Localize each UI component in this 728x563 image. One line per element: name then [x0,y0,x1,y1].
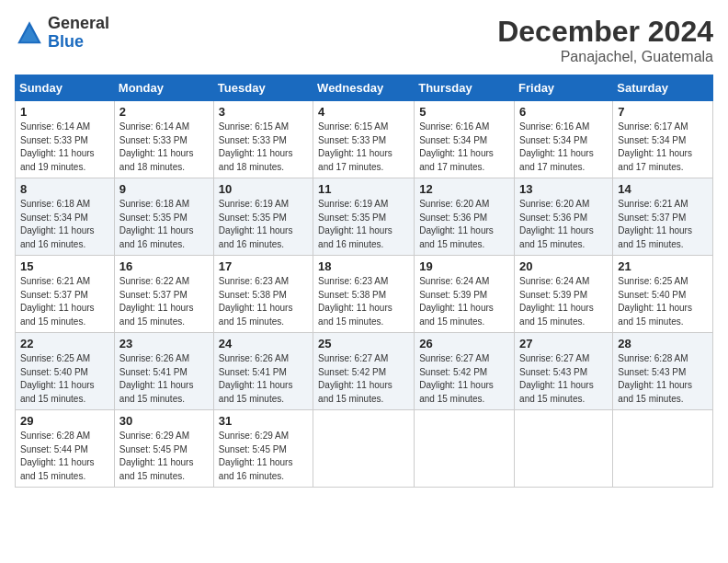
day-info: Sunrise: 6:25 AMSunset: 5:40 PMDaylight:… [618,276,692,327]
day-number: 7 [618,105,708,119]
calendar-cell: 24 Sunrise: 6:26 AMSunset: 5:41 PMDaylig… [213,333,313,410]
calendar-cell: 31 Sunrise: 6:29 AMSunset: 5:45 PMDaylig… [213,410,313,488]
calendar-cell [313,410,415,488]
day-info: Sunrise: 6:29 AMSunset: 5:45 PMDaylight:… [119,431,194,481]
day-number: 14 [618,182,708,196]
calendar-cell: 22 Sunrise: 6:25 AMSunset: 5:40 PMDaylig… [16,333,115,410]
day-info: Sunrise: 6:14 AMSunset: 5:33 PMDaylight:… [20,121,95,172]
day-number: 11 [318,182,409,196]
day-number: 9 [119,182,209,196]
col-wednesday: Wednesday [313,75,415,101]
calendar-cell [613,410,713,488]
day-number: 19 [419,259,509,273]
day-info: Sunrise: 6:27 AMSunset: 5:42 PMDaylight:… [318,353,392,404]
calendar-cell: 20 Sunrise: 6:24 AMSunset: 5:39 PMDaylig… [515,256,613,333]
day-info: Sunrise: 6:20 AMSunset: 5:36 PMDaylight:… [419,199,494,249]
calendar-cell: 14 Sunrise: 6:21 AMSunset: 5:37 PMDaylig… [613,178,713,256]
logo-blue-text: Blue [48,33,109,52]
calendar-cell: 16 Sunrise: 6:22 AMSunset: 5:37 PMDaylig… [114,256,213,333]
calendar-cell: 29 Sunrise: 6:28 AMSunset: 5:44 PMDaylig… [16,410,115,488]
day-number: 31 [219,414,308,428]
logo-text: General Blue [48,15,109,52]
day-info: Sunrise: 6:17 AMSunset: 5:34 PMDaylight:… [618,121,692,172]
calendar-cell: 19 Sunrise: 6:24 AMSunset: 5:39 PMDaylig… [415,256,515,333]
calendar-cell: 6 Sunrise: 6:16 AMSunset: 5:34 PMDayligh… [515,101,613,178]
calendar-cell: 13 Sunrise: 6:20 AMSunset: 5:36 PMDaylig… [515,178,613,256]
logo: General Blue [15,15,109,52]
calendar-cell: 30 Sunrise: 6:29 AMSunset: 5:45 PMDaylig… [114,410,213,488]
day-number: 1 [20,105,109,119]
day-info: Sunrise: 6:19 AMSunset: 5:35 PMDaylight:… [318,199,392,249]
day-info: Sunrise: 6:18 AMSunset: 5:35 PMDaylight:… [119,199,194,249]
day-number: 29 [20,414,109,428]
day-number: 16 [119,259,209,273]
day-number: 4 [318,105,409,119]
day-info: Sunrise: 6:21 AMSunset: 5:37 PMDaylight:… [618,199,692,249]
calendar-cell: 21 Sunrise: 6:25 AMSunset: 5:40 PMDaylig… [613,256,713,333]
calendar-cell [515,410,613,488]
day-number: 17 [219,259,308,273]
calendar-cell: 12 Sunrise: 6:20 AMSunset: 5:36 PMDaylig… [415,178,515,256]
col-tuesday: Tuesday [213,75,313,101]
week-row-3: 15 Sunrise: 6:21 AMSunset: 5:37 PMDaylig… [16,256,713,333]
day-info: Sunrise: 6:16 AMSunset: 5:34 PMDaylight:… [419,121,494,172]
calendar-cell [415,410,515,488]
calendar-cell: 10 Sunrise: 6:19 AMSunset: 5:35 PMDaylig… [213,178,313,256]
day-number: 24 [219,337,308,350]
day-number: 18 [318,259,409,273]
week-row-2: 8 Sunrise: 6:18 AMSunset: 5:34 PMDayligh… [16,178,713,256]
day-number: 22 [20,337,109,350]
title-block: December 2024 Panajachel, Guatemala [497,15,713,65]
day-info: Sunrise: 6:29 AMSunset: 5:45 PMDaylight:… [219,431,293,481]
calendar-cell: 9 Sunrise: 6:18 AMSunset: 5:35 PMDayligh… [114,178,213,256]
day-number: 25 [318,337,409,350]
day-number: 27 [519,337,608,350]
day-info: Sunrise: 6:23 AMSunset: 5:38 PMDaylight:… [318,276,392,327]
day-info: Sunrise: 6:14 AMSunset: 5:33 PMDaylight:… [119,121,194,172]
day-number: 13 [519,182,608,196]
calendar-cell: 2 Sunrise: 6:14 AMSunset: 5:33 PMDayligh… [114,101,213,178]
col-thursday: Thursday [415,75,515,101]
day-info: Sunrise: 6:26 AMSunset: 5:41 PMDaylight:… [119,353,194,404]
day-info: Sunrise: 6:15 AMSunset: 5:33 PMDaylight:… [318,121,392,172]
calendar-cell: 25 Sunrise: 6:27 AMSunset: 5:42 PMDaylig… [313,333,415,410]
calendar-cell: 27 Sunrise: 6:27 AMSunset: 5:43 PMDaylig… [515,333,613,410]
day-number: 30 [119,414,209,428]
col-friday: Friday [515,75,613,101]
calendar-header-row: Sunday Monday Tuesday Wednesday Thursday… [16,75,713,101]
calendar-cell: 4 Sunrise: 6:15 AMSunset: 5:33 PMDayligh… [313,101,415,178]
day-info: Sunrise: 6:26 AMSunset: 5:41 PMDaylight:… [219,353,293,404]
day-info: Sunrise: 6:23 AMSunset: 5:38 PMDaylight:… [219,276,293,327]
col-monday: Monday [114,75,213,101]
col-sunday: Sunday [16,75,115,101]
calendar-cell: 8 Sunrise: 6:18 AMSunset: 5:34 PMDayligh… [16,178,115,256]
day-info: Sunrise: 6:24 AMSunset: 5:39 PMDaylight:… [519,276,594,327]
day-info: Sunrise: 6:20 AMSunset: 5:36 PMDaylight:… [519,199,594,249]
calendar-cell: 11 Sunrise: 6:19 AMSunset: 5:35 PMDaylig… [313,178,415,256]
month-year-title: December 2024 [497,15,713,49]
day-info: Sunrise: 6:28 AMSunset: 5:44 PMDaylight:… [20,431,95,481]
day-number: 26 [419,337,509,350]
day-info: Sunrise: 6:22 AMSunset: 5:37 PMDaylight:… [119,276,194,327]
calendar-cell: 1 Sunrise: 6:14 AMSunset: 5:33 PMDayligh… [16,101,115,178]
day-number: 23 [119,337,209,350]
page-header: General Blue December 2024 Panajachel, G… [15,15,713,65]
col-saturday: Saturday [613,75,713,101]
day-number: 15 [20,259,109,273]
day-info: Sunrise: 6:21 AMSunset: 5:37 PMDaylight:… [20,276,95,327]
day-number: 12 [419,182,509,196]
day-number: 21 [618,259,708,273]
calendar-cell: 15 Sunrise: 6:21 AMSunset: 5:37 PMDaylig… [16,256,115,333]
day-info: Sunrise: 6:16 AMSunset: 5:34 PMDaylight:… [519,121,594,172]
day-info: Sunrise: 6:25 AMSunset: 5:40 PMDaylight:… [20,353,95,404]
day-number: 20 [519,259,608,273]
day-info: Sunrise: 6:18 AMSunset: 5:34 PMDaylight:… [20,199,95,249]
day-number: 6 [519,105,608,119]
day-number: 8 [20,182,109,196]
day-info: Sunrise: 6:27 AMSunset: 5:43 PMDaylight:… [519,353,594,404]
day-info: Sunrise: 6:15 AMSunset: 5:33 PMDaylight:… [219,121,293,172]
day-info: Sunrise: 6:24 AMSunset: 5:39 PMDaylight:… [419,276,494,327]
calendar-cell: 18 Sunrise: 6:23 AMSunset: 5:38 PMDaylig… [313,256,415,333]
logo-general-text: General [48,15,109,33]
logo-icon [15,18,44,48]
